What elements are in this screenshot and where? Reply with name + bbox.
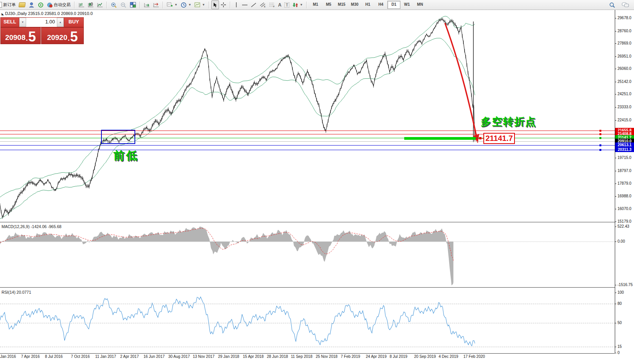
toolbar-separator	[139, 2, 140, 8]
sell-button[interactable]: SELL	[0, 17, 19, 27]
timeframe-M1[interactable]: M1	[309, 1, 322, 9]
time-axis-label: 8 Jul 2019	[390, 354, 407, 359]
volume-stepper[interactable]: ▼ 1.00 ▲	[19, 17, 64, 27]
bar-chart-button[interactable]	[77, 0, 86, 9]
autotrading-icon	[47, 2, 53, 8]
arrows-button[interactable]: ▼	[291, 0, 304, 9]
new-chart-icon	[167, 2, 173, 8]
chevron-down-icon: ▼	[202, 3, 205, 7]
timeframe-group: M1M5M15M30H1H4D1W1MN	[308, 0, 427, 10]
zoom-in-button[interactable]	[109, 0, 119, 9]
time-axis-label: 7 Feb 2019	[341, 354, 360, 359]
svg-text:E: E	[264, 5, 266, 8]
tile-windows-button[interactable]	[128, 0, 138, 9]
arrows-icon	[292, 2, 298, 8]
timeframe-M5[interactable]: M5	[322, 1, 335, 9]
rsi-tick-label: 100	[617, 290, 624, 295]
chart-shift-button[interactable]	[151, 0, 161, 9]
fibonacci-button[interactable]: F	[267, 0, 277, 9]
pivot-highlight-bar[interactable]	[404, 137, 476, 140]
macd-panel[interactable]	[0, 223, 615, 287]
price-tick-label: 28760.0	[617, 29, 631, 33]
time-axis-label: 17 Feb 2020	[463, 354, 485, 359]
tile-windows-icon	[130, 2, 136, 8]
time-axis-label: 4 Dec 2019	[438, 354, 458, 359]
crosshair-button[interactable]	[219, 0, 228, 9]
top-toolbar: 新订单 自动交	[0, 0, 634, 10]
auto-scroll-icon	[144, 2, 150, 8]
horizontal-line-button[interactable]	[240, 0, 249, 9]
rsi-panel[interactable]	[0, 289, 615, 353]
channel-icon: E	[260, 2, 266, 8]
text-button[interactable]: A	[277, 0, 283, 9]
timeframe-D1[interactable]: D1	[387, 1, 400, 9]
rsi-tick-label: 50	[617, 321, 622, 325]
candlestick-chart-button[interactable]	[86, 0, 95, 9]
price-level-label-resistance-21408: 21408.8	[615, 131, 634, 136]
time-axis-label: 28 Jun 2018	[267, 354, 288, 359]
line-chart-button[interactable]	[95, 0, 105, 9]
new-order-button[interactable]: 新订单	[0, 0, 17, 9]
buy-price[interactable]: 20920.5	[41, 27, 84, 44]
macd-histogram	[0, 227, 453, 285]
consolidation-rectangle[interactable]	[101, 130, 135, 144]
auto-scroll-button[interactable]	[142, 0, 151, 9]
price-tick-label: 15179.0	[617, 219, 631, 223]
chat-icon	[622, 2, 629, 8]
chat-button[interactable]	[620, 0, 631, 9]
turning-point-label: 多空转折点	[481, 115, 536, 129]
price-tick-label: 17879.0	[617, 181, 631, 185]
volume-increase-button[interactable]: ▲	[57, 18, 64, 27]
time-axis-label: 2 Apr 2017	[120, 354, 139, 359]
accounts-button[interactable]	[27, 0, 36, 9]
buy-button[interactable]: BUY	[64, 17, 84, 27]
text-label-button[interactable]: T	[283, 0, 291, 9]
community-button[interactable]	[36, 0, 45, 9]
macd-tick-label: 0.00	[617, 239, 625, 243]
trendline-button[interactable]	[249, 0, 258, 9]
trendline-icon	[251, 2, 257, 8]
time-axis-label: 20 Sep 2019	[414, 354, 436, 359]
timeframe-H1[interactable]: H1	[361, 1, 374, 9]
macd-tick-label: -1516.75	[617, 283, 632, 287]
pivot-price-callout[interactable]: 21141.7	[483, 133, 515, 144]
periods-button[interactable]: ▼	[179, 0, 193, 9]
timeframe-H4[interactable]: H4	[374, 1, 387, 9]
cursor-button[interactable]	[211, 0, 219, 9]
equidistant-channel-button[interactable]: E	[258, 0, 267, 9]
price-tick-label: 23333.0	[617, 105, 631, 109]
chart-title: ◣DJ30-,Daily 23515.0 23581.0 20869.0 209…	[2, 11, 93, 16]
svg-text:F: F	[273, 5, 275, 8]
sell-price[interactable]: 20908.5	[0, 27, 41, 44]
search-button[interactable]	[607, 0, 617, 9]
price-level-label-bid-price: 20910.0	[615, 139, 634, 144]
fibonacci-icon: F	[269, 2, 275, 8]
price-level-label-pivot-21141: 21141.7	[615, 135, 634, 140]
zoom-out-icon	[120, 2, 127, 8]
timeframe-W1[interactable]: W1	[400, 1, 413, 9]
templates-button[interactable]: ▼	[193, 0, 207, 9]
time-axis-label: 16 Jun 2017	[143, 354, 164, 359]
toolbar-separator	[230, 2, 231, 8]
price-tick-label: 27869.0	[617, 41, 631, 45]
timeframe-M15[interactable]: M15	[335, 1, 348, 9]
volume-value[interactable]: 1.00	[26, 18, 57, 27]
toolbar-separator	[106, 2, 107, 8]
template-icon	[194, 2, 201, 8]
drop-arrow[interactable]	[445, 23, 478, 142]
zoom-out-button[interactable]	[119, 0, 128, 9]
volume-decrease-button[interactable]: ▼	[19, 18, 26, 27]
toolbar-separator	[163, 2, 163, 8]
order-book-button[interactable]	[17, 0, 27, 9]
macd-tick-label: 522.43	[617, 224, 629, 228]
vertical-line-button[interactable]	[232, 0, 240, 9]
crosshair-icon	[221, 2, 226, 8]
new-chart-button[interactable]: ▼	[165, 0, 179, 9]
timeframe-MN[interactable]: MN	[413, 1, 427, 9]
timeframe-M30[interactable]: M30	[348, 1, 361, 9]
level-handle[interactable]	[479, 137, 481, 139]
price-tick-label: 16988.0	[617, 194, 631, 198]
price-tick-label: 16070.0	[617, 207, 631, 211]
rsi-tick-label: 0	[617, 351, 620, 355]
autotrading-button[interactable]: 自动交易	[45, 0, 72, 9]
